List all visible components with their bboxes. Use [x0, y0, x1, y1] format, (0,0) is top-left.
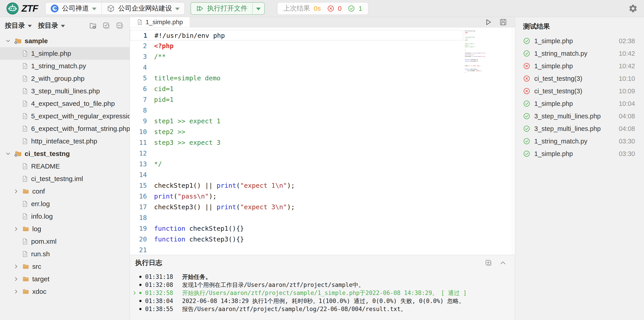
log-bullet: [139, 300, 142, 302]
editor-tab-1-simple-php[interactable]: 1_simple.php: [130, 17, 190, 27]
code-line[interactable]: 8: [130, 105, 515, 116]
code-line[interactable]: 7pid=1: [130, 94, 515, 105]
code-line[interactable]: 5title=simple demo: [130, 73, 515, 83]
tree-item-6-expect-with-format-string-php[interactable]: 6_expect_with_format_string.php: [0, 122, 130, 135]
last-result-fail-count: 0: [338, 5, 342, 12]
result-item-pass[interactable]: 1_string_match.py03:30: [515, 135, 644, 147]
tree-item-err-log[interactable]: err.log: [0, 198, 130, 210]
code-line[interactable]: 9step1 >> expect 1: [130, 116, 515, 126]
tree-item-conf[interactable]: conf: [0, 185, 130, 198]
site-dropdown[interactable]: 公司禅道: [46, 2, 102, 14]
code-line[interactable]: 15checkStep1() || print("expect 1\n");: [130, 180, 515, 191]
result-item-pass[interactable]: 1_simple.php02:38: [515, 35, 644, 47]
editor-tab-bar: 1_simple.php: [130, 17, 515, 27]
chevron-right-icon[interactable]: [13, 188, 19, 194]
log-entry[interactable]: 01:31:18开始任务。: [131, 273, 515, 281]
code-line[interactable]: 13*/: [130, 159, 515, 169]
result-item-pass[interactable]: 3_step_multi_lines.php04:08: [515, 110, 644, 122]
settings-gear-icon[interactable]: [628, 4, 638, 13]
add-workspace-icon[interactable]: [89, 22, 97, 30]
collapse-all-icon[interactable]: [116, 22, 124, 30]
run-file-icon[interactable]: [484, 18, 492, 26]
code-line[interactable]: 19function checkStep1(){}: [130, 223, 515, 234]
code-line[interactable]: 21: [130, 245, 515, 255]
execute-dropdown-toggle[interactable]: [252, 3, 264, 14]
tree-item-2-with-group-php[interactable]: 2_with_group.php: [0, 72, 130, 85]
code-line[interactable]: 16print("pass\n");: [130, 191, 515, 202]
product-dropdown[interactable]: 公司企业网站建设: [102, 2, 184, 14]
tree-item-pom-xml[interactable]: pom.xml: [0, 235, 130, 248]
code-line[interactable]: 14: [130, 169, 515, 180]
tree-item-http-inteface-test-php[interactable]: http_inteface_test.php: [0, 135, 130, 147]
chevron-right-icon[interactable]: [13, 289, 19, 295]
code-line[interactable]: 3/**: [130, 51, 515, 62]
tree-item-4-expect-saved-to-file-php[interactable]: 4_expect_saved_to_file.php: [0, 97, 130, 110]
site-dropdown-label: 公司禅道: [62, 4, 89, 13]
tree-item-label: 3_step_multi_lines.php: [31, 87, 100, 95]
tree-item-1-string-match-py[interactable]: 1_string_match.py: [0, 60, 130, 72]
tree-item-ci-test-testng[interactable]: ci_test_testng: [0, 147, 130, 160]
tree-item-label: target: [32, 275, 50, 283]
tree-item-5-expect-with-regular-expression-php[interactable]: 5_expect_with_regular_expression.php: [0, 110, 130, 122]
tree-item-ci-test-testng-iml[interactable]: ci_test_testng.iml: [0, 173, 130, 185]
workspace-selectors: 公司禅道 公司企业网站建设: [45, 2, 185, 15]
code-line[interactable]: 11step3 >> expect 3: [130, 137, 515, 148]
top-bar: ZTF 公司禅道 公司企业网站建设: [0, 0, 644, 17]
result-item-pass[interactable]: 1_simple.php03:30: [515, 147, 644, 160]
tree-item-label: ci_test_testng.iml: [31, 175, 83, 183]
tree-item-label: info.log: [31, 213, 53, 220]
execute-button[interactable]: 执行打开文件: [191, 3, 252, 14]
log-bullet: [139, 292, 142, 294]
execution-log-panel: 执行日志 01:31:18: [130, 255, 515, 320]
chevron-down-icon[interactable]: [5, 38, 11, 44]
log-entry[interactable]: 01:32:58开始执行/Users/aaron/ztf/project/sam…: [131, 289, 515, 297]
filter-dropdown-1[interactable]: 按目录: [5, 21, 32, 30]
code-line[interactable]: 17checkStep3() || print("expect 3\n");: [130, 202, 515, 212]
code-line[interactable]: 2<?php: [130, 40, 515, 51]
tree-item-label: pom.xml: [31, 238, 56, 245]
tree-item-log[interactable]: log: [0, 223, 130, 235]
log-entry[interactable]: 01:38:55报告/Users/aaron/ztf/project/sampl…: [131, 305, 515, 313]
tree-item-readme[interactable]: README: [0, 160, 130, 173]
code-line[interactable]: 4: [130, 62, 515, 73]
log-entry[interactable]: 01:32:08发现1个用例在工作目录/Users/aaron/ztf/proj…: [131, 281, 515, 289]
check-all-icon[interactable]: [102, 22, 110, 30]
editor-scrollbar[interactable]: [512, 27, 515, 255]
result-item-fail[interactable]: ci_test_testng(3)10:10: [515, 72, 644, 85]
editor-minimap[interactable]: #!/usr/bin/env php<?php/**title=simple d…: [464, 30, 511, 102]
chevron-right-icon[interactable]: [13, 226, 19, 232]
chevron-right-icon[interactable]: [13, 276, 19, 282]
result-item-pass[interactable]: 1_string_match.py10:42: [515, 47, 644, 60]
last-result-summary[interactable]: 上次结果 0s 0 1: [277, 2, 368, 15]
code-line: function checkStep3(){}: [464, 60, 511, 62]
tree-item-1-simple-php[interactable]: 1_simple.php: [0, 47, 130, 60]
chevron-right-icon[interactable]: [13, 263, 19, 270]
code-line[interactable]: 10step2 >>: [130, 126, 515, 137]
collapse-panel-icon[interactable]: [499, 259, 507, 267]
log-entry[interactable]: 01:38:042022-06-08 14:38:29 执行1个用例, 耗时0秒…: [131, 297, 515, 305]
tree-item-sample[interactable]: sample: [0, 35, 130, 47]
result-item-pass[interactable]: 1_simple.php10:04: [515, 97, 644, 110]
code-line[interactable]: 18: [130, 212, 515, 223]
result-item-pass[interactable]: 3_step_multi_lines.php04:08: [515, 122, 644, 135]
code-editor[interactable]: 1#!/usr/bin/env php2<?php3/**45title=sim…: [130, 27, 515, 255]
chevron-down-icon[interactable]: [5, 151, 11, 157]
tree-item-xdoc[interactable]: xdoc: [0, 285, 130, 298]
code-line[interactable]: 20function checkStep3(){}: [130, 234, 515, 245]
tree-item-3-step-multi-lines-php[interactable]: 3_step_multi_lines.php: [0, 85, 130, 97]
result-item-fail[interactable]: ci_test_testng(3)10:09: [515, 85, 644, 97]
file-icon: [22, 88, 28, 94]
code-line[interactable]: 1#!/usr/bin/env php: [130, 30, 463, 40]
tree-item-info-log[interactable]: info.log: [0, 210, 130, 223]
tree-item-src[interactable]: src: [0, 260, 130, 273]
chevron-down-icon: [256, 7, 261, 10]
code-line[interactable]: 12: [130, 148, 515, 159]
result-item-fail[interactable]: 1_simple.php10:42: [515, 60, 644, 72]
filter-dropdown-2[interactable]: 按目录: [38, 21, 65, 30]
tree-item-target[interactable]: target: [0, 273, 130, 285]
code-line[interactable]: 6cid=1: [130, 83, 515, 94]
save-file-icon[interactable]: [499, 18, 507, 26]
expand-log-chevron-icon[interactable]: [132, 290, 138, 296]
tree-item-run-sh[interactable]: run.sh: [0, 248, 130, 260]
new-log-tab-icon[interactable]: [485, 259, 492, 267]
